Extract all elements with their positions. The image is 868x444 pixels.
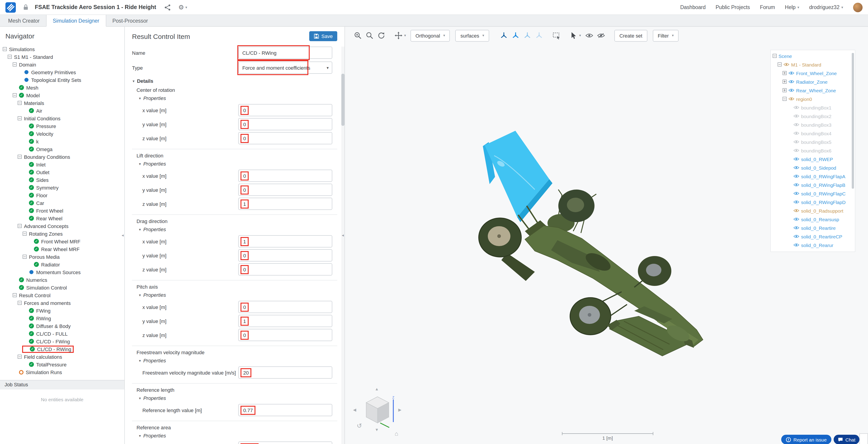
scene-tree-item-solid-0-radsupport[interactable]: solid_0_Radsupport bbox=[771, 206, 855, 215]
visibility-eye-icon[interactable] bbox=[794, 131, 799, 135]
scene-tree-item-solid-0-rwingflapb[interactable]: solid_0_RWingFlapB bbox=[771, 180, 855, 189]
scene-tree-item-boundingbox2[interactable]: boundingBox2 bbox=[771, 112, 855, 120]
collapse-panel-icon[interactable]: ◂ bbox=[122, 231, 126, 239]
rotate-left-arrow-icon[interactable]: ◀ bbox=[353, 408, 356, 412]
expander-icon[interactable]: + bbox=[782, 71, 786, 75]
scene-tree-item-m1-standard[interactable]: −M1 - Standard bbox=[771, 60, 855, 69]
orientation-cube[interactable] bbox=[365, 396, 390, 424]
tab-simulation-designer[interactable]: Simulation Designer bbox=[46, 15, 106, 27]
scene-tree-item-rear-wheel-zone[interactable]: +Rear_Wheel_Zone bbox=[771, 86, 855, 94]
visibility-eye-icon[interactable] bbox=[794, 123, 799, 127]
box-select-icon[interactable] bbox=[553, 32, 560, 39]
rear-left-wheel[interactable] bbox=[479, 218, 521, 257]
scene-tree-item-solid-0-reartire[interactable]: solid_0_Reartire bbox=[771, 224, 855, 232]
navigator-item-k[interactable]: ✓k bbox=[0, 138, 124, 145]
visibility-eye-icon[interactable] bbox=[788, 71, 794, 75]
scene-tree-item-boundingbox5[interactable]: boundingBox5 bbox=[771, 138, 855, 146]
axis-triad-icon-1[interactable] bbox=[500, 32, 508, 39]
navigator-item-initial-conditions[interactable]: −Initial Conditions bbox=[0, 114, 124, 122]
expander-icon[interactable]: − bbox=[773, 54, 777, 58]
visibility-eye-icon[interactable] bbox=[794, 191, 799, 196]
job-status-header[interactable]: Job Status bbox=[0, 380, 124, 389]
scrollbar-thumb[interactable] bbox=[341, 74, 344, 126]
navigator-item-domain[interactable]: −Domain bbox=[0, 61, 124, 68]
scene-tree-item-boundingbox1[interactable]: boundingBox1 bbox=[771, 103, 855, 112]
navigator-item-momentum-sources[interactable]: Momentum Sources bbox=[0, 268, 124, 276]
select-cursor-icon[interactable] bbox=[569, 32, 577, 39]
scene-tree-item-solid-0-sidepod[interactable]: solid_0_Sidepod bbox=[771, 163, 855, 172]
navigator-item-boundary-conditions[interactable]: −Boundary Conditions bbox=[0, 153, 124, 160]
properties-header[interactable]: ▼Properties bbox=[138, 292, 337, 298]
visibility-eye-icon[interactable] bbox=[794, 148, 799, 152]
details-header[interactable]: ▼ Details bbox=[132, 78, 337, 84]
expander-icon[interactable]: − bbox=[3, 47, 7, 51]
visibility-eye-icon[interactable] bbox=[794, 157, 799, 161]
scene-tree-item-front-wheel-zone[interactable]: +Front_Wheel_Zone bbox=[771, 69, 855, 77]
rotate-right-arrow-icon[interactable]: ▶ bbox=[398, 408, 401, 412]
navigator-item-pressure[interactable]: ✓Pressure bbox=[0, 122, 124, 130]
properties-header[interactable]: ▼Properties bbox=[138, 433, 337, 438]
visibility-eye-icon[interactable] bbox=[794, 200, 799, 204]
navigator-item-car[interactable]: ✓Car bbox=[0, 199, 124, 207]
fit-view-refresh-icon[interactable] bbox=[377, 32, 385, 39]
navigator-item-rotating-zones[interactable]: −Rotating Zones bbox=[0, 230, 124, 237]
navigator-item-result-control[interactable]: −Result Control bbox=[0, 291, 124, 299]
property-value-input[interactable]: 0 bbox=[238, 132, 332, 144]
property-value-input[interactable]: 1 bbox=[238, 315, 332, 327]
visibility-eye-icon[interactable] bbox=[794, 243, 799, 247]
roll-rotate-icon[interactable]: ↺ bbox=[357, 422, 362, 429]
navigator-item-rear-wheel-mrf[interactable]: ✓Rear Wheel MRF bbox=[0, 245, 124, 253]
tab-post-processor[interactable]: Post-Processor bbox=[106, 15, 154, 26]
properties-header[interactable]: ▼Properties bbox=[138, 95, 337, 101]
navigator-item-sides[interactable]: ✓Sides bbox=[0, 176, 124, 184]
topnav-forum[interactable]: Forum bbox=[760, 4, 775, 10]
pan-move-icon[interactable] bbox=[395, 32, 402, 39]
navigator-item-floor[interactable]: ✓Floor bbox=[0, 191, 124, 199]
panel-scrollbar[interactable] bbox=[341, 47, 344, 444]
navigator-item-radiator[interactable]: ✓Radiator bbox=[0, 261, 124, 268]
visibility-eye-icon[interactable] bbox=[794, 226, 799, 230]
chevron-down-icon[interactable]: ▾ bbox=[579, 33, 581, 37]
navigator-item-symmetry[interactable]: ✓Symmetry bbox=[0, 184, 124, 191]
visibility-eye-icon[interactable] bbox=[783, 62, 789, 66]
navigator-item-topological-entity-sets[interactable]: Topological Entity Sets bbox=[0, 76, 124, 84]
filter-button[interactable]: Filter▾ bbox=[653, 30, 679, 41]
navigator-item-materials[interactable]: −Materials bbox=[0, 99, 124, 107]
visibility-eye-icon[interactable] bbox=[788, 80, 794, 84]
expander-icon[interactable]: − bbox=[23, 232, 27, 236]
navigator-item-cl-cd-full[interactable]: ✓CL/CD - FULL bbox=[0, 330, 124, 337]
scene-tree-item-boundingbox3[interactable]: boundingBox3 bbox=[771, 120, 855, 129]
visibility-eye-icon[interactable] bbox=[794, 234, 799, 238]
visibility-eye-icon[interactable] bbox=[794, 140, 799, 144]
expander-icon[interactable]: − bbox=[18, 116, 22, 120]
axis-triad-icon-2[interactable] bbox=[512, 32, 520, 39]
navigator-item-fwing[interactable]: ✓FWing bbox=[0, 307, 124, 315]
property-value-input[interactable]: 0 bbox=[238, 104, 332, 116]
expander-icon[interactable]: − bbox=[23, 255, 27, 259]
navigator-item-omega[interactable]: ✓Omega bbox=[0, 145, 124, 153]
navigator-item-numerics[interactable]: ✓Numerics bbox=[0, 276, 124, 284]
rear-right-wheel[interactable] bbox=[558, 189, 594, 222]
navigator-item-simulations[interactable]: −Simulations bbox=[0, 45, 124, 53]
property-value-input[interactable]: 1 bbox=[238, 198, 332, 210]
expander-icon[interactable]: − bbox=[778, 62, 782, 66]
scene-tree-item-solid-0-rwingflapd[interactable]: solid_0_RWingFlapD bbox=[771, 198, 855, 206]
navigator-item-cl-cd-fwing[interactable]: ✓CL/CD - FWing bbox=[0, 337, 124, 345]
user-avatar[interactable] bbox=[853, 2, 863, 12]
scene-tree-item-solid-0-reartirecp[interactable]: solid_0_ReartireCP bbox=[771, 232, 855, 241]
home-view-icon[interactable]: ⌂ bbox=[395, 430, 398, 437]
navigator-item-diffuser-body[interactable]: ✓Diffuser & Body bbox=[0, 322, 124, 330]
visibility-eye-icon[interactable] bbox=[794, 209, 799, 213]
navigator-item-s1-m1-standard[interactable]: −S1 M1 - Standard bbox=[0, 53, 124, 61]
property-value-input[interactable]: 1 bbox=[238, 235, 332, 247]
expander-icon[interactable]: + bbox=[782, 88, 786, 92]
navigator-item-model[interactable]: −✓Model bbox=[0, 91, 124, 99]
navigator-item-field-calculations[interactable]: −Field calculations bbox=[0, 353, 124, 360]
chevron-down-icon[interactable]: ▾ bbox=[404, 33, 406, 37]
zoom-in-icon[interactable] bbox=[354, 32, 362, 39]
properties-header[interactable]: ▼Properties bbox=[138, 161, 337, 167]
axis-triad-icon-4[interactable] bbox=[535, 32, 543, 39]
scene-tree-item-region0[interactable]: −region0 bbox=[771, 94, 855, 103]
axis-triad-icon-3[interactable] bbox=[524, 32, 531, 39]
expander-icon[interactable]: − bbox=[13, 62, 17, 66]
